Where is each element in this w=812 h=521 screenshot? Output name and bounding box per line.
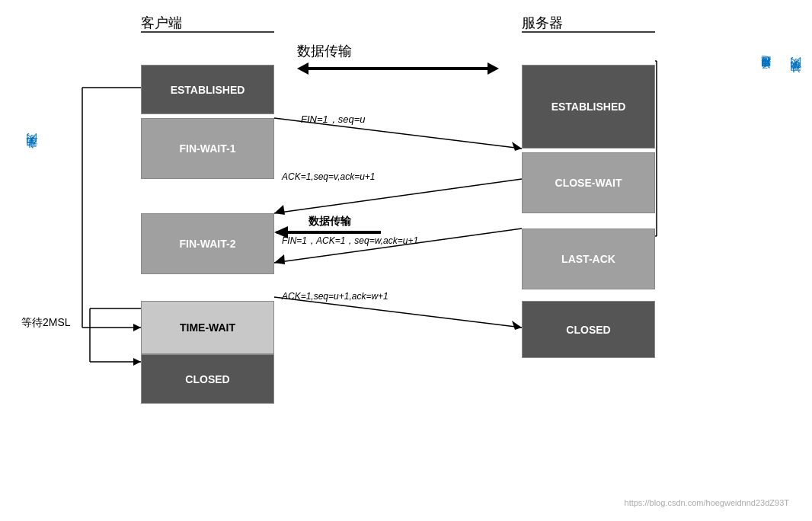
label-client: 客户端	[141, 14, 182, 32]
label-active-close: 主动关闭	[24, 152, 39, 158]
svg-marker-5	[133, 324, 141, 331]
state-last-ack: LAST-ACK	[522, 229, 655, 289]
diagram-svg	[0, 0, 812, 521]
svg-line-18	[274, 179, 522, 213]
svg-marker-9	[133, 358, 141, 366]
state-established-server: ESTABLISHED	[522, 65, 655, 149]
state-established-client: ESTABLISHED	[141, 65, 274, 114]
arrow-label-2: ACK=1,seq=v,ack=u+1	[282, 171, 376, 182]
state-time-wait: TIME-WAIT	[141, 301, 274, 354]
state-closed-client: CLOSED	[141, 354, 274, 404]
watermark: https://blog.csdn.com/hoegweidnnd23dZ93T	[625, 498, 789, 507]
arrow-label-3: FIN=1，ACK=1，seq=w,ack=u+1	[282, 235, 418, 248]
svg-marker-25	[512, 321, 522, 330]
state-fin-wait-1: FIN-WAIT-1	[141, 118, 274, 179]
label-notify: 通知应用进程	[759, 72, 772, 77]
label-wait2msl: 等待2MSL	[21, 316, 71, 330]
arrow-label-4: ACK=1,seq=u+1,ack=w+1	[282, 291, 388, 302]
svg-marker-17	[512, 142, 522, 151]
svg-marker-19	[274, 205, 285, 215]
diagram-container: 客户端 服务器	[0, 0, 812, 521]
svg-marker-13	[297, 62, 308, 75]
arrow-label-data: 数据传输	[308, 215, 351, 229]
label-data-transfer: 数据传输	[297, 42, 352, 60]
state-close-wait: CLOSE-WAIT	[522, 152, 655, 213]
state-closed-server: CLOSED	[522, 301, 655, 358]
arrow-label-1: FIN=1，seq=u	[301, 113, 366, 126]
svg-marker-23	[274, 254, 285, 264]
svg-line-24	[274, 297, 522, 328]
label-server: 服务器	[522, 14, 563, 32]
state-fin-wait-2: FIN-WAIT-2	[141, 213, 274, 274]
label-passive-close: 被动关闭	[788, 76, 803, 82]
svg-marker-14	[488, 62, 499, 75]
